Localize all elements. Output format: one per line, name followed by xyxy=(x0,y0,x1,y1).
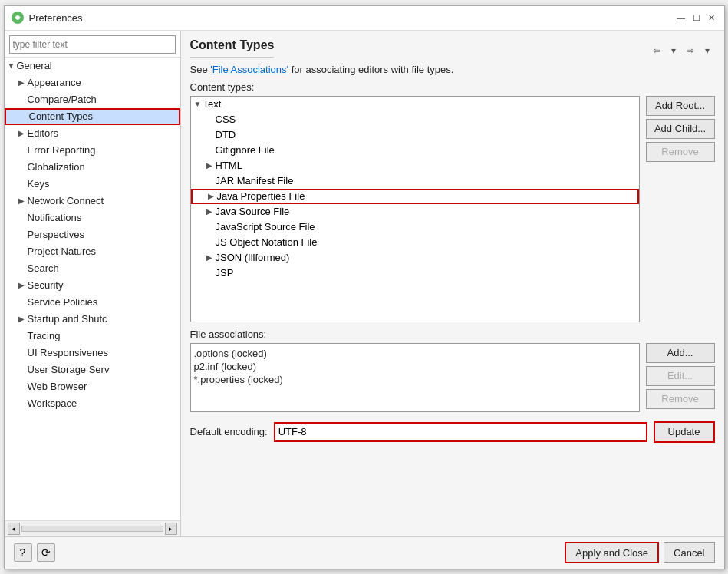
close-button[interactable]: ✕ xyxy=(706,12,718,24)
content-type-js-source[interactable]: JavaScript Source File xyxy=(191,219,639,235)
expand-arrow-ui-resp xyxy=(18,348,28,357)
sidebar-item-keys[interactable]: Keys xyxy=(5,176,180,193)
sidebar-item-security[interactable]: ▶ Security xyxy=(5,277,180,294)
file-assoc-list[interactable]: .options (locked) p2.inf (locked) *.prop… xyxy=(190,343,640,412)
sidebar-item-content-types[interactable]: Content Types xyxy=(5,108,180,125)
encoding-label: Default encoding: xyxy=(190,426,268,437)
minimize-button[interactable]: — xyxy=(675,12,687,24)
content-type-jar-label: JAR Manifest File xyxy=(216,175,294,186)
expand-arrow-search xyxy=(18,264,28,272)
filter-wrap xyxy=(5,31,180,58)
sidebar-item-network-connect[interactable]: ▶ Network Connect xyxy=(5,193,180,209)
expand-text-arrow: ▼ xyxy=(194,100,203,108)
sidebar-item-editors[interactable]: ▶ Editors xyxy=(5,125,180,142)
sidebar-item-notifications[interactable]: Notifications xyxy=(5,209,180,226)
add-root-button[interactable]: Add Root... xyxy=(646,96,715,116)
right-panel: Content Types ⇦ ▾ ⇨ ▾ See 'File Associat… xyxy=(181,31,724,536)
sidebar-item-appearance[interactable]: ▶ Appearance xyxy=(5,74,180,91)
content-type-js-object-label: JS Object Notation File xyxy=(216,236,318,248)
sidebar-item-web-browser[interactable]: Web Browser xyxy=(5,378,180,395)
info-text-after: for associating editors with file types. xyxy=(288,64,453,75)
sidebar-label-notifications: Notifications xyxy=(28,212,82,223)
sidebar-label-network: Network Connect xyxy=(28,195,104,206)
content-type-dtd[interactable]: DTD xyxy=(191,127,639,143)
remove-type-button[interactable]: Remove xyxy=(646,142,715,162)
apply-close-button[interactable]: Apply and Close xyxy=(565,542,659,563)
sidebar-item-search[interactable]: Search xyxy=(5,260,180,277)
scroll-right-button[interactable]: ▸ xyxy=(165,523,177,535)
content-type-java-source[interactable]: ▶ Java Source File xyxy=(191,204,639,219)
sidebar-item-error-reporting[interactable]: Error Reporting xyxy=(5,142,180,159)
sidebar-item-general[interactable]: ▼ General xyxy=(5,58,180,74)
content-type-dtd-label: DTD xyxy=(216,129,236,140)
nav-toolbar: ⇦ ▾ ⇨ ▾ xyxy=(649,43,715,58)
sidebar-label-general: General xyxy=(17,60,52,71)
edit-assoc-button[interactable]: Edit... xyxy=(646,366,715,386)
sidebar-item-tracing[interactable]: Tracing xyxy=(5,328,180,345)
content-type-gitignore-label: Gitignore File xyxy=(216,144,275,156)
content-type-java-properties[interactable]: ▶ Java Properties File xyxy=(191,189,639,204)
encoding-row: Default encoding: Update xyxy=(190,421,715,443)
encoding-input[interactable] xyxy=(274,422,647,442)
expand-arrow-user-storage xyxy=(18,365,28,374)
help-button[interactable]: ? xyxy=(14,543,32,562)
sidebar-item-user-storage[interactable]: User Storage Serv xyxy=(5,361,180,378)
content-type-json-illformed-label: JSON (Illformed) xyxy=(216,252,290,263)
add-assoc-button[interactable]: Add... xyxy=(646,343,715,363)
expand-json-ill-arrow: ▶ xyxy=(206,253,216,262)
expand-arrow-content-types xyxy=(20,112,29,120)
add-child-button[interactable]: Add Child... xyxy=(646,119,715,139)
maximize-button[interactable]: ☐ xyxy=(690,12,703,24)
expand-jar-arrow xyxy=(206,176,216,185)
scroll-left-button[interactable]: ◂ xyxy=(8,523,20,535)
nav-forward-button[interactable]: ⇨ xyxy=(683,43,698,58)
expand-java-source-arrow: ▶ xyxy=(206,207,216,216)
sidebar-item-workspace[interactable]: Workspace xyxy=(5,395,180,412)
content-type-jar[interactable]: JAR Manifest File xyxy=(191,173,639,189)
info-text: See 'File Associations' for associating … xyxy=(190,64,715,75)
expand-arrow-network: ▶ xyxy=(18,196,28,205)
restore-defaults-button[interactable]: ⟳ xyxy=(37,543,55,562)
window-controls: — ☐ ✕ xyxy=(675,12,718,24)
file-assoc-item-1[interactable]: .options (locked) xyxy=(194,347,636,360)
sidebar-item-ui-resp[interactable]: UI Responsivenes xyxy=(5,345,180,361)
expand-js-object-arrow xyxy=(206,238,216,246)
sidebar-item-service-policies[interactable]: Service Policies xyxy=(5,294,180,311)
content-types-label: Content types: xyxy=(190,81,715,93)
cancel-button[interactable]: Cancel xyxy=(664,542,714,563)
sidebar-item-globalization[interactable]: Globalization xyxy=(5,159,180,176)
sidebar-tree: ▼ General ▶ Appearance Compare/Patch Con… xyxy=(5,58,180,520)
sidebar-item-compare-patch[interactable]: Compare/Patch xyxy=(5,91,180,108)
expand-arrow-compare xyxy=(18,95,28,104)
file-assoc-item-2[interactable]: p2.inf (locked) xyxy=(194,360,636,373)
update-button[interactable]: Update xyxy=(654,421,715,443)
content-type-gitignore[interactable]: Gitignore File xyxy=(191,143,639,158)
sidebar-item-project-natures[interactable]: Project Natures xyxy=(5,243,180,260)
nav-back-button[interactable]: ⇦ xyxy=(649,43,664,58)
sidebar-label-service: Service Policies xyxy=(28,296,98,308)
bottom-left-icons: ? ⟳ xyxy=(14,543,55,562)
content-type-jsp[interactable]: JSP xyxy=(191,266,639,281)
nav-dropdown-button[interactable]: ▾ xyxy=(666,43,681,58)
remove-assoc-button[interactable]: Remove xyxy=(646,389,715,409)
content-type-html[interactable]: ▶ HTML xyxy=(191,158,639,173)
file-assoc-item-3[interactable]: *.properties (locked) xyxy=(194,373,636,386)
file-associations-link[interactable]: 'File Associations' xyxy=(210,64,288,75)
content-types-list[interactable]: ▼ Text CSS DTD Gitignore File xyxy=(190,96,640,322)
content-type-json-illformed[interactable]: ▶ JSON (Illformed) xyxy=(191,250,639,266)
svg-point-1 xyxy=(15,16,19,20)
sidebar-item-startup[interactable]: ▶ Startup and Shutc xyxy=(5,311,180,328)
content-type-text[interactable]: ▼ Text xyxy=(191,97,639,112)
left-panel: ▼ General ▶ Appearance Compare/Patch Con… xyxy=(5,31,181,536)
content-type-jsp-label: JSP xyxy=(216,267,234,279)
title-bar-left: Preferences xyxy=(11,11,83,25)
expand-arrow-startup: ▶ xyxy=(18,315,28,323)
filter-input[interactable] xyxy=(9,35,176,54)
sidebar-item-perspectives[interactable]: Perspectives xyxy=(5,226,180,243)
sidebar-label-user-storage: User Storage Serv xyxy=(28,364,110,375)
content-types-area: ▼ Text CSS DTD Gitignore File xyxy=(190,96,715,322)
content-type-js-object[interactable]: JS Object Notation File xyxy=(191,235,639,250)
nav-forward-dropdown-button[interactable]: ▾ xyxy=(700,43,715,58)
content-type-css[interactable]: CSS xyxy=(191,112,639,127)
dialog-body: ▼ General ▶ Appearance Compare/Patch Con… xyxy=(5,31,724,536)
